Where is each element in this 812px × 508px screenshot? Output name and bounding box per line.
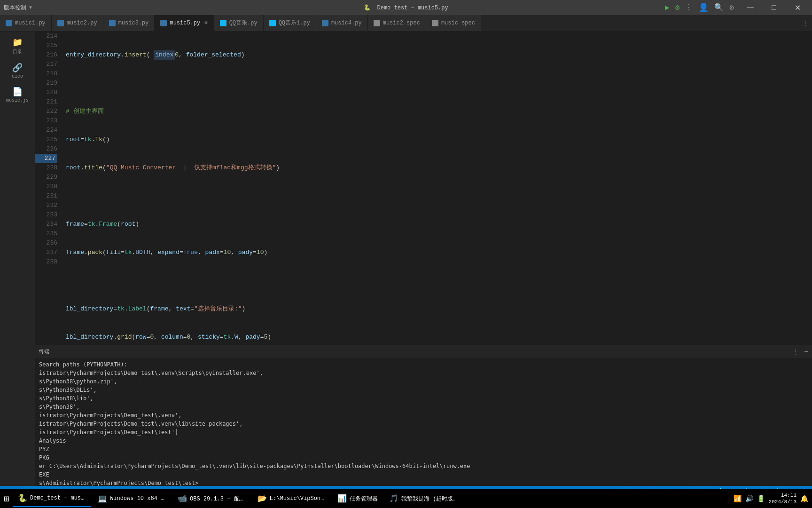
minimize-button[interactable]: —	[740, 0, 761, 15]
py-file-icon	[160, 20, 167, 26]
debug-icon[interactable]: ⚙	[675, 3, 680, 12]
tab-music2[interactable]: music2.py	[52, 15, 103, 31]
editor-scrollbar[interactable]	[805, 32, 812, 345]
editor-area: 214 215 216 217 218 219 220 221 222 223 …	[35, 32, 812, 486]
terminal-content[interactable]: Search paths (PYTHONPATH): istrator\Pych…	[35, 358, 812, 486]
windows-start-button[interactable]: ⊞	[4, 493, 9, 505]
sidebar-label-cico: cico	[2, 74, 33, 79]
version-control-label[interactable]: 版本控制	[4, 4, 26, 12]
py-file-icon	[6, 20, 12, 26]
terminal-controls: ⋮ —	[793, 348, 808, 356]
clock[interactable]: 14:11 2024/8/13	[769, 492, 796, 506]
sidebar-item-musicjs[interactable]: 📄 music.js	[0, 83, 35, 107]
tab-label: QQ音乐1.py	[279, 19, 310, 27]
tab-label: music3.py	[118, 20, 149, 26]
search-icon[interactable]: 🔍	[714, 3, 724, 12]
tab-music2spec[interactable]: music2.spec	[368, 15, 426, 31]
tab-musicspec[interactable]: music spec	[426, 15, 481, 31]
title-bar: 版本控制 ▼ 🐍 Demo_test – music5.py ▶ ⚙ ⋮ 👤 🔍…	[0, 0, 812, 15]
cico-icon: 🔗	[2, 63, 33, 73]
dropdown-icon[interactable]: ▼	[29, 5, 32, 10]
terminal-minimize-icon[interactable]: —	[804, 348, 808, 356]
vmware-icon: 💻	[98, 494, 107, 503]
terminal-panel: 终端 ⋮ — Search paths (PYTHONPATH): istrat…	[35, 345, 812, 486]
date: 2024/8/13	[769, 499, 796, 505]
tab-label: music1.py	[15, 20, 46, 26]
terminal-line: s\Python38\python.zip',	[39, 377, 808, 386]
run-icon[interactable]: ▶	[665, 3, 670, 12]
tab-qqmusic[interactable]: QQ音乐.py	[214, 15, 264, 31]
close-button[interactable]: ✕	[787, 0, 808, 15]
network-icon[interactable]: 📶	[734, 495, 742, 503]
terminal-line: Analysis	[39, 437, 808, 445]
py-file-icon	[57, 20, 64, 26]
tab-close-icon[interactable]: ×	[204, 19, 208, 27]
code-line-222	[66, 276, 805, 286]
terminal-line: Search paths (PYTHONPATH):	[39, 360, 808, 369]
taskmgr-icon: 📊	[337, 494, 347, 503]
taskbar-vmware[interactable]: 💻 Windows 10 x64 – VMw...	[93, 490, 171, 507]
js-icon: 📄	[2, 87, 33, 97]
tab-music1[interactable]: music1.py	[0, 15, 52, 31]
folder-icon: 📁	[2, 37, 33, 48]
tab-label: music5.py	[170, 20, 200, 26]
qq-file-icon	[269, 20, 276, 26]
music-icon: 🎵	[389, 494, 398, 503]
taskbar-music[interactable]: 🎵 我挚我是海 (赶时版) – 赶	[384, 490, 462, 507]
terminal-line: EXE	[39, 470, 808, 479]
taskbar-left: ⊞	[4, 493, 9, 505]
taskbar-obs[interactable]: 📹 OBS 29.1.3 – 配置文件: 书	[173, 490, 251, 507]
taskbar-label: Windows 10 x64 – VMw...	[110, 495, 166, 502]
sidebar-item-explorer[interactable]: 📁 目录	[0, 33, 35, 59]
tab-label: music2.spec	[383, 20, 420, 26]
tab-music4[interactable]: music4.py	[316, 15, 368, 31]
code-line-215	[66, 79, 805, 88]
line-numbers: 214 215 216 217 218 219 220 221 222 223 …	[35, 32, 61, 345]
tab-label: music spec	[441, 20, 475, 26]
tab-music3[interactable]: music3.py	[103, 15, 155, 31]
py-file-icon	[109, 20, 116, 26]
code-content[interactable]: entry_directory.insert( index 0, folder_…	[61, 32, 805, 345]
notification-icon[interactable]: 🔔	[800, 495, 808, 503]
code-line-219	[66, 191, 805, 201]
py-file-icon	[322, 20, 328, 26]
taskbar-pycharm[interactable]: 🐍 Demo_test – music5.py	[13, 490, 91, 507]
taskbar-taskmgr[interactable]: 📊 任务管理器	[333, 490, 383, 507]
maximize-button[interactable]: □	[763, 0, 785, 15]
terminal-prompt: s\Administrator\PycharmProjects\Demo_tes…	[39, 479, 808, 486]
profile-icon[interactable]: 👤	[698, 2, 709, 13]
terminal-line: istrator\PycharmProjects\Demo_test\.venv…	[39, 420, 808, 428]
taskbar-label: Demo_test – music5.py	[30, 495, 86, 501]
tab-music5[interactable]: music5.py ×	[155, 15, 214, 31]
taskbar-label: E:\Music\VipSongs:	[270, 495, 326, 502]
terminal-line: PKG	[39, 453, 808, 462]
code-editor[interactable]: 214 215 216 217 218 219 220 221 222 223 …	[35, 32, 812, 345]
taskbar-explorer[interactable]: 📂 E:\Music\VipSongs:	[253, 490, 331, 507]
more-actions-icon[interactable]: ⋮	[685, 3, 693, 12]
terminal-line: s\Python38\DLLs',	[39, 386, 808, 394]
tab-label: QQ音乐.py	[229, 19, 258, 27]
tab-qqmusic1[interactable]: QQ音乐1.py	[264, 15, 316, 31]
terminal-line: istrator\PycharmProjects\Demo_test\.venv…	[39, 369, 808, 377]
code-line-218: root.title("QQ Music Converter | 仅支持mfla…	[66, 163, 805, 173]
terminal-title: 终端	[39, 348, 49, 355]
sidebar-label-musicjs: music.js	[2, 98, 33, 103]
volume-icon[interactable]: 🔊	[745, 495, 753, 503]
app-icon: 🐍	[364, 5, 371, 11]
taskbar: ⊞ 🐍 Demo_test – music5.py 💻 Windows 10 x…	[0, 489, 812, 508]
terminal-line: s\Python38',	[39, 403, 808, 411]
pycharm-icon: 🐍	[18, 493, 27, 503]
code-line-214: entry_directory.insert( index 0, folder_…	[66, 50, 805, 60]
terminal-header: 终端 ⋮ —	[35, 345, 812, 358]
code-line-220: frame = tk.Frame(root)	[66, 220, 805, 229]
code-line-224: lbl_directory.grid(row=0, column=0, stic…	[66, 333, 805, 342]
spec-file-icon	[432, 20, 438, 26]
settings-icon[interactable]: ⚙	[729, 3, 734, 12]
tab-overflow-button[interactable]: ⋮	[798, 15, 812, 31]
sidebar-label: 目录	[2, 48, 33, 55]
taskbar-label: 任务管理器	[350, 495, 378, 503]
terminal-line: istrator\PycharmProjects\Demo_test\test'…	[39, 428, 808, 437]
sidebar-item-cico[interactable]: 🔗 cico	[0, 59, 35, 83]
folder-icon: 📂	[258, 494, 267, 503]
terminal-more-icon[interactable]: ⋮	[793, 348, 799, 356]
